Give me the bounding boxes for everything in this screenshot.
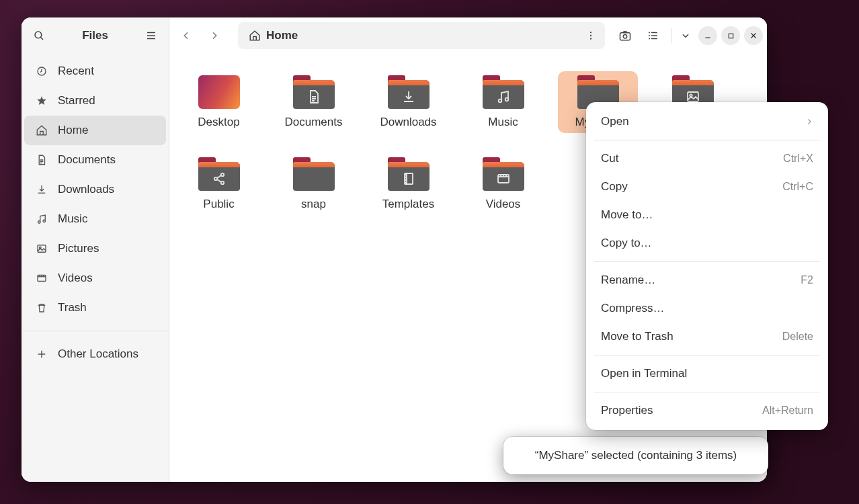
path-label: Home <box>266 29 298 42</box>
path-bar: Home <box>238 22 605 49</box>
header-right <box>613 24 763 48</box>
folder-label: Templates <box>382 198 434 211</box>
hamburger-icon <box>145 30 157 42</box>
minimize-icon <box>704 32 712 40</box>
sidebar-item-label: Music <box>58 212 87 226</box>
nav-back-button[interactable] <box>173 23 199 48</box>
context-menu-item[interactable]: CopyCtrl+C <box>591 173 823 201</box>
folder-label: Documents <box>285 116 343 129</box>
folder-item[interactable]: Public <box>179 153 259 215</box>
download-icon <box>401 89 417 105</box>
video-icon-wrap <box>35 271 48 285</box>
folder-icon <box>388 157 430 191</box>
context-menu-item[interactable]: Compress… <box>591 294 823 323</box>
sidebar-item-label: Starred <box>58 94 95 108</box>
svg-point-53 <box>405 182 405 183</box>
desktop-icon <box>198 75 240 109</box>
path-pill[interactable]: Home <box>238 22 605 49</box>
sidebar-item-pictures[interactable]: Pictures <box>24 234 166 263</box>
svg-point-23 <box>590 38 591 40</box>
nav-forward-button[interactable] <box>202 23 227 48</box>
path-location[interactable]: Home <box>242 29 304 42</box>
context-menu-item[interactable]: Move to TrashDelete <box>591 323 823 351</box>
folder-item[interactable]: Templates <box>368 153 448 215</box>
folder-item[interactable]: snap <box>274 153 354 215</box>
selection-status-text: “MyShare” selected (containing 3 items) <box>535 449 737 462</box>
svg-point-43 <box>214 177 216 179</box>
sidebar-list: RecentStarredHomeDocumentsDownloadsMusic… <box>22 54 169 325</box>
sidebar-divider <box>23 331 167 331</box>
svg-point-10 <box>38 221 40 223</box>
path-options-button[interactable] <box>581 26 601 46</box>
sidebar-item-music[interactable]: Music <box>24 204 166 234</box>
svg-rect-33 <box>729 34 733 38</box>
sidebar-item-recent[interactable]: Recent <box>24 56 166 86</box>
toolbar-separator <box>671 28 671 43</box>
window-minimize-button[interactable] <box>698 26 717 45</box>
sidebar-item-home[interactable]: Home <box>24 116 166 145</box>
maximize-icon <box>727 32 735 40</box>
star-icon-wrap <box>35 94 48 108</box>
app-title: Files <box>52 29 138 42</box>
svg-point-0 <box>35 32 42 38</box>
folder-item[interactable]: Desktop <box>179 71 259 133</box>
window-close-button[interactable] <box>744 26 763 45</box>
context-menu-item[interactable]: Copy to… <box>591 229 823 257</box>
templates-icon <box>401 171 417 187</box>
star-icon <box>36 95 48 107</box>
svg-rect-24 <box>620 33 630 40</box>
trash-icon <box>36 302 48 314</box>
context-menu-item[interactable]: Rename…F2 <box>591 266 823 294</box>
video-icon <box>495 171 512 187</box>
chevron-right-icon <box>805 118 813 126</box>
clock-icon-wrap <box>35 65 48 78</box>
video-icon <box>36 272 48 284</box>
kebab-icon <box>585 30 596 41</box>
context-menu-separator <box>594 140 820 140</box>
chevron-down-icon <box>681 31 690 40</box>
context-menu-item[interactable]: PropertiesAlt+Return <box>591 396 823 425</box>
search-button[interactable] <box>26 22 52 49</box>
sidebar-other-section: Other Locations <box>22 337 169 372</box>
view-options-button[interactable] <box>677 24 694 48</box>
svg-point-44 <box>220 173 223 175</box>
svg-point-52 <box>405 179 405 180</box>
sidebar-item-label: Documents <box>58 153 116 167</box>
folder-item[interactable]: Music <box>463 71 543 133</box>
sidebar-item-starred[interactable]: Starred <box>24 86 166 116</box>
folder-item[interactable]: Downloads <box>368 71 448 133</box>
close-icon <box>749 32 758 40</box>
context-menu-item[interactable]: CutCtrl+X <box>591 144 823 173</box>
svg-point-39 <box>498 99 501 102</box>
folder-item[interactable]: Videos <box>463 153 543 215</box>
view-list-button[interactable] <box>641 24 665 48</box>
music-icon <box>36 213 48 225</box>
hamburger-button[interactable] <box>138 22 165 49</box>
svg-point-21 <box>590 32 591 33</box>
context-menu-shortcut: F2 <box>801 274 813 286</box>
clock-icon <box>36 65 48 77</box>
folder-label: Downloads <box>380 116 436 129</box>
document-icon <box>36 154 48 166</box>
sidebar-item-documents[interactable]: Documents <box>24 145 166 175</box>
context-menu-item[interactable]: Open <box>591 108 823 136</box>
screenshot-button[interactable] <box>613 24 637 48</box>
folder-icon <box>388 75 430 109</box>
svg-point-29 <box>649 32 650 34</box>
svg-line-46 <box>217 175 221 178</box>
folder-item[interactable]: Documents <box>274 71 354 133</box>
sidebar-item-label: Videos <box>58 271 93 285</box>
sidebar-item-downloads[interactable]: Downloads <box>24 175 166 204</box>
search-icon <box>33 30 45 42</box>
context-menu-item[interactable]: Open in Terminal <box>591 360 823 388</box>
context-menu-item[interactable]: Move to… <box>591 201 823 229</box>
sidebar-item-trash[interactable]: Trash <box>24 293 166 323</box>
camera-icon <box>618 29 632 42</box>
window-maximize-button[interactable] <box>721 26 740 45</box>
context-menu-shortcut: Ctrl+C <box>782 181 813 193</box>
context-menu-label: Cut <box>601 152 618 165</box>
chevron-left-icon <box>181 30 192 41</box>
folder-label: Videos <box>486 198 521 211</box>
sidebar-item-other-locations[interactable]: Other Locations <box>24 339 166 369</box>
sidebar-item-videos[interactable]: Videos <box>24 263 166 293</box>
